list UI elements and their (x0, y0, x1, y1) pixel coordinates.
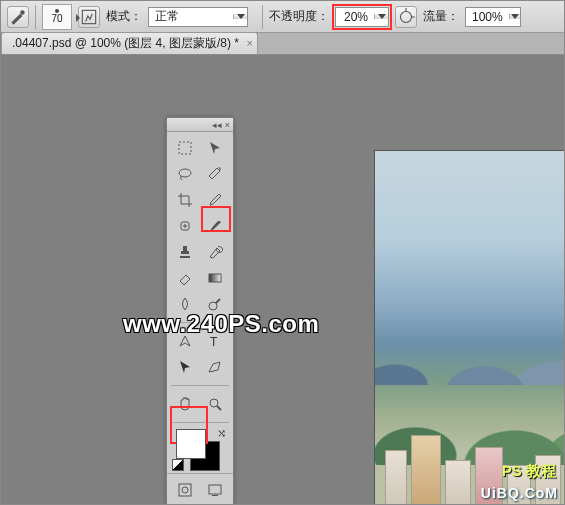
path-select-tool[interactable] (171, 355, 199, 379)
eraser-tool[interactable] (171, 266, 199, 290)
mode-select[interactable]: 正常 (148, 7, 248, 27)
document-tab-title: .04407.psd @ 100% (图层 4, 图层蒙版/8) * (12, 35, 239, 52)
opacity-label: 不透明度： (269, 8, 329, 25)
flow-value: 100% (466, 10, 509, 24)
document-tab[interactable]: .04407.psd @ 100% (图层 4, 图层蒙版/8) * × (1, 32, 258, 54)
healing-brush-tool[interactable] (171, 214, 199, 238)
tool-preset-button[interactable] (7, 6, 29, 28)
mode-label: 模式： (106, 8, 142, 25)
history-brush-tool[interactable] (201, 240, 229, 264)
document-tab-strip: .04407.psd @ 100% (图层 4, 图层蒙版/8) * × (1, 33, 564, 55)
chevron-right-icon (76, 14, 80, 22)
stamp-tool[interactable] (171, 240, 199, 264)
move-tool[interactable] (201, 136, 229, 160)
chevron-down-icon[interactable] (509, 14, 520, 19)
svg-point-2 (400, 11, 411, 22)
options-bar: 70 模式： 正常 不透明度： 20% 流量： 100% (1, 1, 564, 33)
close-icon[interactable]: × (225, 120, 230, 130)
svg-point-4 (179, 169, 191, 177)
pressure-opacity-button[interactable] (395, 6, 417, 28)
close-tab-icon[interactable]: × (247, 37, 253, 49)
brush-size-value: 70 (51, 14, 62, 24)
document-canvas[interactable]: PS 教程 UiBQ.CoM (374, 150, 564, 505)
svg-rect-3 (179, 142, 191, 154)
mode-value: 正常 (149, 8, 233, 25)
magic-wand-tool[interactable] (201, 162, 229, 186)
brush-preset-picker[interactable]: 70 (42, 4, 72, 30)
highlight-brush-tool (201, 206, 231, 232)
chevron-down-icon[interactable] (233, 14, 247, 19)
lasso-tool[interactable] (171, 162, 199, 186)
opacity-input[interactable]: 20% (335, 7, 389, 27)
watermark-main: www.240PS.com (123, 310, 319, 338)
workspace: ◂◂ × T (1, 55, 564, 505)
quickmask-button[interactable] (171, 478, 199, 502)
flow-label: 流量： (423, 8, 459, 25)
chevron-down-icon[interactable] (374, 14, 388, 19)
tool-divider (171, 385, 229, 386)
screenmode-button[interactable] (201, 478, 229, 502)
separator (35, 5, 36, 29)
color-swatches: ⤭ (172, 427, 228, 471)
svg-point-9 (210, 399, 218, 407)
swap-colors-icon[interactable]: ⤭ (217, 427, 226, 440)
svg-point-0 (20, 10, 24, 14)
crop-tool[interactable] (171, 188, 199, 212)
gradient-tool[interactable] (201, 266, 229, 290)
watermark-corner1: PS 教程 (502, 462, 556, 481)
tools-panel-header: ◂◂ × (167, 118, 233, 132)
svg-point-11 (182, 487, 188, 493)
separator (262, 5, 263, 29)
collapse-icon[interactable]: ◂◂ (212, 120, 222, 130)
svg-rect-10 (179, 484, 191, 496)
foreground-color[interactable] (176, 429, 206, 459)
default-colors-icon[interactable] (172, 459, 184, 471)
marquee-tool[interactable] (171, 136, 199, 160)
svg-rect-6 (209, 274, 221, 282)
opacity-value: 20% (336, 10, 374, 24)
svg-rect-12 (209, 485, 221, 494)
watermark-corner2: UiBQ.CoM (481, 485, 558, 501)
svg-rect-13 (212, 495, 218, 496)
flow-input[interactable]: 100% (465, 7, 521, 27)
brush-panel-toggle[interactable] (78, 6, 100, 28)
shape-tool[interactable] (201, 355, 229, 379)
svg-point-7 (209, 302, 217, 310)
